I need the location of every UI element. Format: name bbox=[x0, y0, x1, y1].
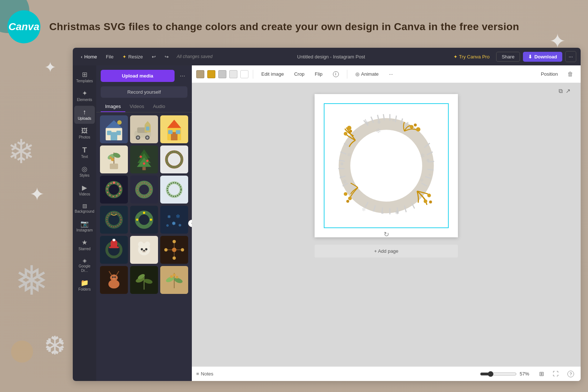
color-swatch-1[interactable] bbox=[196, 70, 204, 78]
grid-item-house2[interactable] bbox=[160, 115, 188, 143]
svg-point-124 bbox=[416, 127, 420, 132]
color-swatch-2[interactable] bbox=[207, 70, 215, 78]
download-btn[interactable]: ⬇ Download bbox=[523, 52, 562, 62]
help-btn[interactable]: ? bbox=[565, 369, 576, 378]
copy-page-btn[interactable]: ⧉ bbox=[559, 87, 563, 94]
edit-image-btn[interactable]: Edit image bbox=[258, 69, 287, 79]
fullscreen-btn[interactable]: ⛶ bbox=[551, 370, 561, 378]
navbar: ‹ Home File ✦ Resize ↩ ↪ All changes sav… bbox=[73, 48, 581, 65]
canvas-viewport[interactable]: ⧉ ↗ bbox=[192, 83, 581, 366]
record-btn[interactable]: Record yourself bbox=[101, 86, 187, 98]
sidebar-item-instagram[interactable]: 📷 Instagram bbox=[74, 217, 95, 235]
color-swatch-3[interactable] bbox=[218, 70, 226, 78]
svg-line-75 bbox=[109, 271, 112, 276]
more-toolbar-btn[interactable]: ··· bbox=[385, 69, 397, 79]
snowflake-1: ❄ bbox=[7, 132, 35, 171]
tab-videos[interactable]: Videos bbox=[125, 101, 149, 112]
grid-item-flowers[interactable] bbox=[160, 236, 188, 264]
notes-label: Notes bbox=[201, 371, 214, 377]
upload-media-btn[interactable]: Upload media bbox=[101, 70, 175, 82]
animate-btn[interactable]: ◎ Animate bbox=[352, 69, 383, 79]
grid-item-wreath-small[interactable] bbox=[160, 145, 188, 173]
grid-item-car[interactable] bbox=[130, 115, 158, 143]
redo-btn[interactable]: ↪ bbox=[161, 53, 172, 61]
sidebar-item-styles[interactable]: ◎ Styles bbox=[74, 163, 95, 181]
crop-btn[interactable]: Crop bbox=[290, 69, 308, 79]
grid-item-house1[interactable] bbox=[100, 115, 128, 143]
grid-item-wreath3[interactable] bbox=[130, 176, 158, 204]
color-swatch-4[interactable] bbox=[229, 70, 237, 78]
nav-resize-btn[interactable]: ✦ Resize bbox=[119, 53, 147, 61]
google-drive-icon: ◈ bbox=[83, 258, 87, 263]
share-btn[interactable]: Share bbox=[496, 52, 520, 62]
svg-text:❄: ❄ bbox=[376, 127, 381, 134]
svg-text:❅: ❅ bbox=[172, 221, 176, 226]
grid-item-polar-bear[interactable] bbox=[130, 236, 158, 264]
external-link-icon: ↗ bbox=[566, 88, 570, 94]
sidebar-item-elements[interactable]: ✦ Elements bbox=[74, 87, 95, 105]
grid-item-blue-flakes[interactable]: ❄ ❄ ❅ ❆ ❄ bbox=[160, 206, 188, 234]
svg-text:❄: ❄ bbox=[342, 179, 347, 185]
sidebar-item-folders[interactable]: 📁 Folders bbox=[74, 277, 95, 295]
external-link-btn[interactable]: ↗ bbox=[566, 87, 570, 94]
grid-item-dark2[interactable] bbox=[130, 206, 158, 234]
grid-item-berries[interactable] bbox=[160, 266, 188, 294]
svg-rect-14 bbox=[146, 127, 149, 131]
file-label: File bbox=[106, 54, 114, 60]
sidebar-item-starred[interactable]: ★ Starred bbox=[74, 236, 95, 254]
nav-home-btn[interactable]: ‹ Home bbox=[77, 53, 101, 61]
svg-point-30 bbox=[140, 156, 142, 158]
sidebar-item-google-drive[interactable]: ◈ Google Dr... bbox=[74, 255, 95, 276]
resize-star-icon: ✦ bbox=[122, 54, 126, 60]
zoom-slider[interactable] bbox=[480, 371, 517, 377]
sidebar-item-templates[interactable]: ⊞ Templates bbox=[74, 68, 95, 86]
sidebar-item-text[interactable]: T Text bbox=[74, 143, 95, 162]
grid-item-wreath2[interactable] bbox=[100, 176, 128, 204]
svg-rect-4 bbox=[116, 131, 121, 135]
notes-btn[interactable]: ≡ Notes bbox=[196, 371, 214, 377]
svg-rect-56 bbox=[109, 247, 119, 248]
tab-audio[interactable]: Audio bbox=[148, 101, 169, 112]
svg-point-127 bbox=[427, 194, 431, 197]
zoom-percentage: 57% bbox=[520, 371, 533, 377]
nav-file-btn[interactable]: File bbox=[102, 53, 117, 61]
svg-point-129 bbox=[348, 197, 352, 200]
add-page-btn[interactable]: + Add page bbox=[315, 245, 458, 258]
tab-images[interactable]: Images bbox=[101, 101, 125, 112]
svg-point-137 bbox=[381, 212, 384, 214]
grid-item-tree[interactable] bbox=[130, 145, 158, 173]
grid-item-dark1[interactable] bbox=[100, 206, 128, 234]
grid-item-wreath4[interactable] bbox=[160, 176, 188, 204]
flip-btn[interactable]: Flip bbox=[311, 69, 326, 79]
uploads-icon: ↑ bbox=[83, 109, 86, 115]
animate-label: Animate bbox=[361, 71, 379, 77]
grid-item-plants2[interactable] bbox=[130, 266, 158, 294]
wreath-container[interactable]: ❄ ❄ ❄ ❄ ❄ ❄ ❄ ❄ bbox=[324, 103, 449, 228]
info-btn[interactable]: i bbox=[329, 69, 343, 79]
color-swatch-5[interactable] bbox=[240, 70, 248, 78]
sidebar-item-uploads[interactable]: ↑ Uploads bbox=[74, 106, 95, 124]
position-btn[interactable]: Position bbox=[537, 69, 562, 79]
download-label: Download bbox=[534, 54, 557, 60]
grid-item-deer[interactable] bbox=[100, 266, 128, 294]
delete-btn[interactable]: 🗑 bbox=[564, 69, 576, 79]
svg-point-139 bbox=[340, 176, 342, 178]
more-options-btn[interactable]: ··· bbox=[565, 51, 576, 62]
grid-view-btn[interactable]: ⊞ bbox=[537, 369, 546, 378]
sidebar-item-photos[interactable]: 🖼 Photos bbox=[74, 125, 95, 143]
toolbar-divider-2 bbox=[347, 70, 347, 79]
sidebar-item-videos[interactable]: ▶ Videos bbox=[74, 181, 95, 199]
download-icon: ⬇ bbox=[528, 54, 532, 60]
try-pro-btn[interactable]: ✦ Try Canva Pro bbox=[450, 52, 493, 61]
sidebar-item-background[interactable]: ▨ Background bbox=[74, 200, 95, 217]
rotate-handle[interactable]: ↻ bbox=[384, 230, 389, 238]
svg-point-86 bbox=[173, 277, 183, 284]
upload-more-btn[interactable]: ··· bbox=[178, 71, 187, 81]
svg-point-65 bbox=[143, 250, 145, 252]
svg-point-68 bbox=[173, 240, 176, 243]
svg-point-122 bbox=[349, 130, 352, 133]
undo-btn[interactable]: ↩ bbox=[148, 53, 159, 61]
grid-item-plant[interactable] bbox=[100, 145, 128, 173]
svg-text:❄: ❄ bbox=[365, 120, 370, 126]
grid-item-hat-wreath[interactable] bbox=[100, 236, 128, 264]
